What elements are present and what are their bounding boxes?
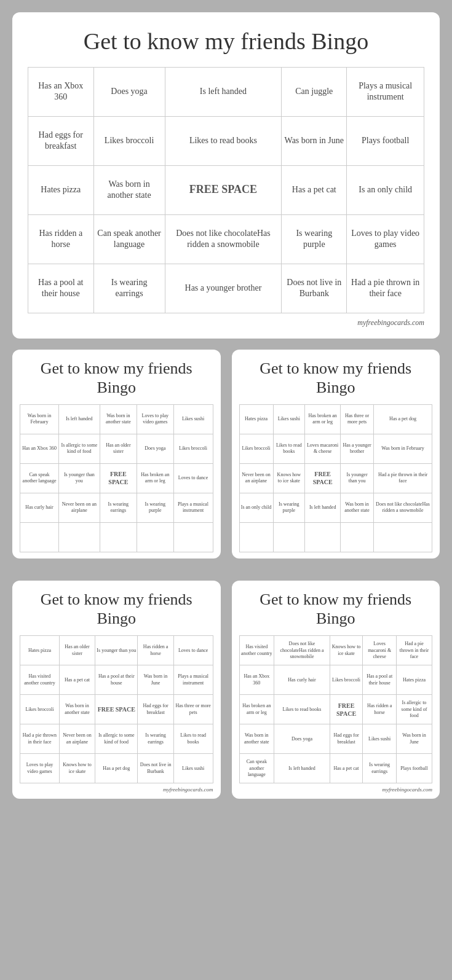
table-cell: Has a pet cat bbox=[282, 165, 347, 214]
table-cell: Has a pet dog bbox=[95, 754, 138, 783]
table-cell: Does not like chocolateHas ridden a snow… bbox=[274, 636, 330, 665]
table-cell: Plays a musical instrument bbox=[173, 665, 213, 695]
table-cell: FREE SPACE bbox=[330, 695, 363, 724]
table-cell: Is wearing earrings bbox=[138, 724, 173, 754]
card2-table: Was born in FebruaryIs left handedWas bo… bbox=[20, 404, 213, 552]
table-cell: Loves to dance bbox=[173, 636, 213, 665]
table-cell: Was born in another state bbox=[93, 165, 165, 214]
table-cell: Is allergic to some kind of food bbox=[59, 434, 100, 463]
table-cell: Has an older sister bbox=[59, 636, 95, 665]
table-cell: Had a pie thrown in their face bbox=[373, 463, 432, 493]
table-cell: Hates pizza bbox=[28, 165, 94, 214]
table-cell bbox=[239, 522, 273, 552]
table-cell: Had eggs for breakfast bbox=[138, 695, 173, 724]
table-cell: Was born in February bbox=[20, 404, 59, 434]
table-cell: Hates pizza bbox=[396, 665, 432, 695]
table-cell: Has curly hair bbox=[274, 665, 330, 695]
table-cell: Has an Xbox 360 bbox=[28, 67, 94, 116]
table-cell bbox=[273, 522, 305, 552]
table-cell: Had a pie thrown in their face bbox=[20, 724, 60, 754]
table-cell: Is wearing earrings bbox=[100, 493, 137, 522]
table-cell: Likes to read books bbox=[274, 695, 330, 724]
table-cell: Plays a musical instrument bbox=[173, 493, 213, 522]
card4-table: Hates pizzaHas an older sisterIs younger… bbox=[20, 635, 213, 783]
main-credit: myfreebingocards.com bbox=[28, 318, 424, 327]
table-cell: Was born in another state bbox=[341, 493, 374, 522]
table-cell: Has visited another country bbox=[20, 665, 60, 695]
table-cell: Likes broccoli bbox=[330, 665, 363, 695]
table-cell: Does not like chocolateHas ridden a snow… bbox=[165, 214, 282, 264]
table-cell: Is left handed bbox=[305, 493, 341, 522]
table-cell: Has an Xbox 360 bbox=[239, 665, 274, 695]
table-cell: Has an older sister bbox=[100, 434, 137, 463]
table-cell: FREE SPACE bbox=[165, 165, 282, 214]
table-cell: Plays a musical instrument bbox=[347, 67, 424, 116]
table-cell: Has an Xbox 360 bbox=[20, 434, 59, 463]
table-cell: Was born in February bbox=[373, 434, 432, 463]
table-cell: Plays football bbox=[396, 754, 432, 783]
table-cell: Hates pizza bbox=[239, 404, 273, 434]
card2-title: Get to know my friends Bingo bbox=[20, 359, 213, 397]
bottom-grid: Get to know my friends Bingo Was born in… bbox=[12, 350, 440, 810]
table-cell: Has three or more pets bbox=[341, 404, 374, 434]
card5-table: Has visited another countryDoes not like… bbox=[239, 635, 433, 783]
table-cell: Has visited another country bbox=[239, 636, 274, 665]
table-cell: Has a pool at their house bbox=[363, 665, 397, 695]
table-cell: Is wearing purple bbox=[137, 493, 173, 522]
table-cell: Likes broccoli bbox=[20, 695, 60, 724]
table-cell: Is an only child bbox=[239, 493, 273, 522]
table-cell: Is younger than you bbox=[95, 636, 138, 665]
table-cell: Has a pet cat bbox=[330, 754, 363, 783]
table-cell: Loves to play video games bbox=[137, 404, 173, 434]
table-cell: Likes sushi bbox=[363, 724, 397, 754]
table-cell: Has curly hair bbox=[20, 493, 59, 522]
card4-title: Get to know my friends Bingo bbox=[20, 590, 213, 628]
table-cell: Is left handed bbox=[165, 67, 282, 116]
table-cell: Has ridden a horse bbox=[138, 636, 173, 665]
table-cell: Knows how to ice skate bbox=[330, 636, 363, 665]
table-cell: Does not live in Burbank bbox=[138, 754, 173, 783]
card5-credit: myfreebingocards.com bbox=[239, 786, 433, 793]
table-cell: Likes broccoli bbox=[93, 116, 165, 165]
table-cell: Has a pet cat bbox=[59, 665, 95, 695]
table-cell: Likes sushi bbox=[173, 404, 213, 434]
table-cell: FREE SPACE bbox=[100, 463, 137, 493]
table-cell bbox=[100, 522, 137, 552]
table-cell: Likes sushi bbox=[273, 404, 305, 434]
table-cell: Does yoga bbox=[93, 67, 165, 116]
table-cell: Knows how to ice skate bbox=[273, 463, 305, 493]
table-cell bbox=[373, 522, 432, 552]
table-cell: Loves to play video games bbox=[20, 754, 60, 783]
table-cell: Plays football bbox=[347, 116, 424, 165]
table-cell: Was born in June bbox=[138, 665, 173, 695]
main-bingo-card: Get to know my friends Bingo Has an Xbox… bbox=[12, 12, 440, 339]
card3-title: Get to know my friends Bingo bbox=[239, 359, 433, 397]
table-cell: Loves to play video games bbox=[347, 214, 424, 264]
table-cell: Was born in another state bbox=[239, 724, 274, 754]
card2: Get to know my friends Bingo Was born in… bbox=[12, 350, 221, 559]
table-cell: Hates pizza bbox=[20, 636, 60, 665]
table-cell: Does yoga bbox=[274, 724, 330, 754]
table-cell: FREE SPACE bbox=[95, 695, 138, 724]
table-cell: Can speak another language bbox=[93, 214, 165, 264]
table-cell: Has a younger brother bbox=[165, 264, 282, 313]
table-cell: Is allergic to some kind of food bbox=[95, 724, 138, 754]
card4-credit: myfreebingocards.com bbox=[20, 786, 213, 793]
table-cell: Likes to read books bbox=[273, 434, 305, 463]
table-cell: Is wearing earrings bbox=[363, 754, 397, 783]
table-cell: Does not like chocolateHas ridden a snow… bbox=[373, 493, 432, 522]
table-cell: Had eggs for breakfast bbox=[330, 724, 363, 754]
table-cell: Is wearing purple bbox=[273, 493, 305, 522]
table-cell: Had a pie thrown in their face bbox=[396, 636, 432, 665]
table-cell: Has a younger brother bbox=[341, 434, 374, 463]
table-cell: Has broken an arm or leg bbox=[239, 695, 274, 724]
table-cell: Likes to read books bbox=[173, 724, 213, 754]
table-cell: Likes sushi bbox=[173, 754, 213, 783]
table-cell: Likes broccoli bbox=[239, 434, 273, 463]
table-cell: Is allergic to some kind of food bbox=[396, 695, 432, 724]
card3: Get to know my friends Bingo Hates pizza… bbox=[232, 350, 440, 559]
table-cell: FREE SPACE bbox=[305, 463, 341, 493]
table-cell: Has a pool at their house bbox=[28, 264, 94, 313]
table-cell: Likes to read books bbox=[165, 116, 282, 165]
table-cell: Loves to dance bbox=[173, 463, 213, 493]
